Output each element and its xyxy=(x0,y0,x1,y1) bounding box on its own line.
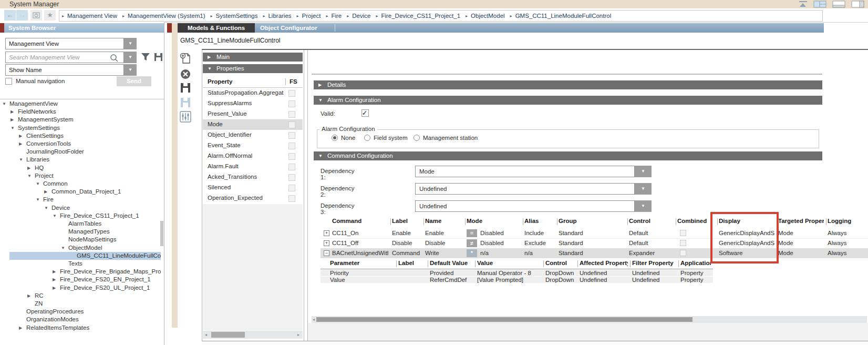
radio-none[interactable] xyxy=(332,135,338,141)
chevron-collapsed-icon[interactable]: ▶ xyxy=(19,326,22,330)
chevron-expanded-icon[interactable]: ▼ xyxy=(19,157,23,162)
view-selector-dropdown[interactable]: Management View xyxy=(5,38,124,49)
tree-item[interactable]: JournalingRootFolder xyxy=(0,148,161,156)
property-row[interactable]: Alarm.OffNormal xyxy=(203,151,303,161)
chevron-collapsed-icon[interactable]: ▶ xyxy=(11,109,14,114)
dependency-dropdown-arrow-button[interactable]: ▼ xyxy=(635,166,652,177)
collapse-row-icon[interactable]: − xyxy=(324,250,329,256)
combined-checkbox[interactable] xyxy=(680,240,686,246)
tree-item[interactable]: GMS_CC11_LineModuleFullControl xyxy=(0,252,161,260)
property-row[interactable]: Mode xyxy=(203,119,303,130)
tree-item[interactable]: ▼ManagementView xyxy=(0,100,161,108)
property-row[interactable]: Present_Value xyxy=(203,109,303,119)
fs-checkbox[interactable] xyxy=(288,121,295,128)
layout-grid-icon[interactable] xyxy=(813,1,827,8)
tab-object-configurator[interactable]: Object Configurator xyxy=(260,23,317,33)
recent-button[interactable] xyxy=(30,10,42,21)
tree-item[interactable]: ▶Common_Data_Project_1 xyxy=(0,188,161,196)
expand-row-icon[interactable]: + xyxy=(324,240,329,246)
display-mode-dropdown[interactable]: Show Name xyxy=(5,64,124,76)
tree-item[interactable]: ▶ConversionTools xyxy=(0,140,161,148)
fs-checkbox[interactable] xyxy=(288,100,295,107)
close-circle-icon[interactable] xyxy=(180,68,191,80)
fs-checkbox[interactable] xyxy=(288,111,295,118)
scrollbar-thumb[interactable] xyxy=(316,317,693,322)
expand-row-icon[interactable]: + xyxy=(324,230,329,236)
property-row[interactable]: SuppressAlarms xyxy=(203,98,303,109)
fs-checkbox[interactable] xyxy=(288,153,295,160)
tree-item[interactable]: ▶RC xyxy=(0,292,161,300)
chevron-expanded-icon[interactable]: ▼ xyxy=(53,214,57,218)
scroll-right-icon[interactable]: ▸ xyxy=(297,332,299,337)
fs-checkbox[interactable] xyxy=(288,164,295,170)
chevron-expanded-icon[interactable]: ▼ xyxy=(44,206,48,210)
back-button[interactable]: ← xyxy=(4,10,16,21)
section-alarm-configuration[interactable]: ▼ Alarm Configuration xyxy=(314,96,822,105)
chevron-expanded-icon[interactable]: ▼ xyxy=(27,174,32,178)
tree-scrollbar-thumb[interactable] xyxy=(160,221,163,246)
tree-item[interactable]: ZN xyxy=(0,300,161,308)
save-icon[interactable] xyxy=(180,83,191,93)
fs-checkbox[interactable] xyxy=(288,174,295,181)
fs-checkbox[interactable] xyxy=(288,143,295,149)
chevron-collapsed-icon[interactable]: ▶ xyxy=(19,134,22,138)
dependency-dropdown[interactable]: Undefined xyxy=(415,200,635,212)
section-command-configuration[interactable]: ▼ Command Configuration xyxy=(314,151,822,160)
tree-item[interactable]: ▶ClientSettings xyxy=(0,132,161,140)
chevron-collapsed-icon[interactable]: ▶ xyxy=(44,189,47,194)
tree-item[interactable]: ▼Libraries xyxy=(0,156,161,164)
section-properties[interactable]: ▼ Properties xyxy=(203,64,303,73)
chevron-collapsed-icon[interactable]: ▶ xyxy=(11,117,14,122)
property-row[interactable]: Operation_Expected xyxy=(203,193,303,204)
property-row[interactable]: Object_Identifier xyxy=(203,130,303,140)
save-icon[interactable] xyxy=(154,53,163,62)
layout-bottom-icon[interactable] xyxy=(832,1,846,8)
new-document-icon[interactable] xyxy=(180,53,191,64)
breadcrumb-item[interactable]: ▸Management View xyxy=(59,13,120,19)
chevron-collapsed-icon[interactable]: ▶ xyxy=(53,286,56,290)
breadcrumb-item[interactable]: ▸ObjectModel xyxy=(463,13,508,19)
property-row[interactable]: StatusPropagation.Aggregat xyxy=(203,88,303,98)
tree-item[interactable]: ▶FieldNetworks xyxy=(0,108,161,116)
property-row[interactable]: Acked_Transitions xyxy=(203,172,303,182)
dependency-dropdown-arrow-button[interactable]: ▼ xyxy=(635,200,652,212)
section-main[interactable]: ▶ Main xyxy=(203,53,303,62)
view-selector-arrow-button[interactable]: ▼ xyxy=(124,38,137,49)
fs-checkbox[interactable] xyxy=(288,195,295,202)
tree-item[interactable]: ManagedTypes xyxy=(0,228,161,236)
breadcrumb-item[interactable]: ▸SystemSettings xyxy=(208,13,261,19)
section-details[interactable]: ▶ Details xyxy=(314,80,822,89)
save-as-icon[interactable] xyxy=(180,97,191,108)
property-row[interactable]: Silenced xyxy=(203,182,303,193)
fs-checkbox[interactable] xyxy=(288,90,295,97)
tree-item[interactable]: ▼SystemSettings xyxy=(0,124,161,132)
chevron-expanded-icon[interactable]: ▼ xyxy=(36,197,40,202)
chevron-collapsed-icon[interactable]: ▶ xyxy=(27,293,30,298)
send-button[interactable]: Send xyxy=(117,76,151,86)
breadcrumb-item[interactable]: ▸Libraries xyxy=(260,13,294,19)
tree-item[interactable]: Texts xyxy=(0,260,161,268)
forward-button[interactable]: → xyxy=(16,10,28,21)
favorite-button[interactable]: ★ xyxy=(44,10,56,21)
tree-item[interactable]: OrganizationModes xyxy=(0,316,161,323)
chevron-collapsed-icon[interactable]: ▶ xyxy=(53,277,56,282)
search-options-arrow-button[interactable]: ▼ xyxy=(124,52,137,63)
chevron-expanded-icon[interactable]: ▼ xyxy=(36,181,40,186)
breadcrumb-item[interactable]: ▸Fire_Device_CS11_Project_1 xyxy=(373,13,463,19)
chevron-expanded-icon[interactable]: ▼ xyxy=(11,126,15,130)
properties-hscrollbar[interactable]: ◂ ▸ xyxy=(203,331,303,339)
breadcrumb-item[interactable]: ▸ManagementView (System1) xyxy=(120,13,208,19)
tree-item[interactable]: ▼Project xyxy=(0,172,161,180)
chevron-collapsed-icon[interactable]: ▶ xyxy=(19,141,22,146)
property-row[interactable]: Event_State xyxy=(203,140,303,151)
tree-item[interactable]: ▶HQ xyxy=(0,164,161,172)
tree-item[interactable]: ▶Fire_Device_Fire_Brigade_Maps_Project_1 xyxy=(0,268,161,276)
tree-item[interactable]: ▶Fire_Device_FS20_UL_Project_1 xyxy=(0,284,161,292)
tree-item[interactable]: ▼Fire xyxy=(0,196,161,204)
combined-checkbox[interactable] xyxy=(680,230,686,236)
tree-item[interactable]: OperatingProcedures xyxy=(0,308,161,316)
tree-item[interactable]: ▶RelatedItemsTemplates xyxy=(0,324,161,332)
filter-icon[interactable] xyxy=(141,53,150,62)
splitter-strip[interactable] xyxy=(172,23,178,328)
search-input[interactable]: Search Management View xyxy=(5,52,124,63)
